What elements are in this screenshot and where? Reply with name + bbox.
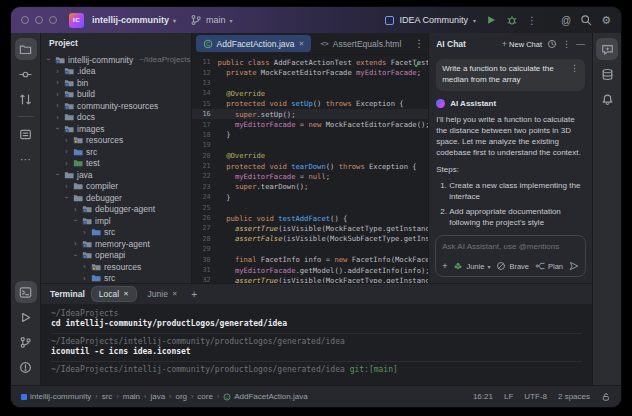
- expand-icon[interactable]: ›: [72, 206, 79, 213]
- collapse-icon[interactable]: ›: [72, 217, 79, 224]
- line-number[interactable]: 23: [192, 183, 218, 191]
- writable-toggle-icon[interactable]: [601, 392, 611, 402]
- line-number[interactable]: 16: [192, 110, 218, 118]
- expand-icon[interactable]: ›: [81, 229, 88, 236]
- line-number[interactable]: 13: [192, 79, 218, 87]
- tool-button-pull-requests[interactable]: [15, 88, 37, 110]
- tool-button-commit[interactable]: [15, 63, 37, 85]
- expand-icon[interactable]: ›: [54, 79, 61, 86]
- chat-input[interactable]: [442, 242, 579, 251]
- code-line-12[interactable]: 12 private MockFacetEditorFacade myEdito…: [192, 67, 429, 77]
- new-chat-button[interactable]: +New Chat: [502, 39, 542, 49]
- tree-item-src[interactable]: › src: [41, 227, 191, 239]
- tree-item-debugger[interactable]: › debugger: [41, 192, 191, 204]
- chat-input-box[interactable]: + Junie ▾ Brave: [435, 235, 586, 277]
- terminal-block[interactable]: ~/IdeaProjects/intellij-community/produc…: [51, 362, 582, 378]
- collapse-icon[interactable]: ›: [54, 125, 61, 132]
- breadcrumb-item-org[interactable]: org: [175, 392, 187, 401]
- project-widget[interactable]: intellij-community ▾: [92, 15, 176, 25]
- line-number[interactable]: 17: [192, 121, 218, 129]
- tree-item-resources[interactable]: › resources: [41, 261, 191, 273]
- run-configuration-selector[interactable]: IDEA Community ▾: [385, 15, 476, 25]
- branch-widget[interactable]: main ▾: [190, 14, 233, 26]
- expand-icon[interactable]: ›: [63, 183, 70, 190]
- plan-button[interactable]: Plan: [535, 261, 563, 271]
- code-line-14[interactable]: 14 @Override: [192, 88, 429, 98]
- tree-item-debugger-agent[interactable]: › debugger-agent: [41, 204, 191, 216]
- tree-item-resources[interactable]: › resources: [41, 135, 191, 147]
- chat-options-button[interactable]: ⋮: [562, 39, 571, 49]
- code-line-17[interactable]: 17 myEditorFacade = new MockFacetEditorF…: [192, 119, 429, 129]
- more-run-actions-button[interactable]: ⋮: [527, 15, 537, 26]
- breadcrumb-item-java[interactable]: java: [150, 392, 165, 401]
- indent-setting[interactable]: 2 spaces: [558, 392, 590, 401]
- line-number[interactable]: 21: [192, 162, 218, 170]
- line-number[interactable]: 18: [192, 131, 218, 139]
- search-everywhere-button[interactable]: [580, 14, 592, 26]
- line-number[interactable]: 25: [192, 204, 218, 212]
- editor-tab-AddFacetAction.java[interactable]: C AddFacetAction.java ✕: [196, 35, 312, 52]
- expand-icon[interactable]: ›: [63, 137, 70, 144]
- tool-button-database[interactable]: [596, 63, 618, 85]
- tool-button-more[interactable]: ⋯: [15, 148, 37, 170]
- code-line-20[interactable]: 20 @Override: [192, 151, 429, 161]
- expand-icon[interactable]: ›: [63, 160, 70, 167]
- breadcrumb-item-main[interactable]: main: [123, 392, 140, 401]
- tree-item-bin[interactable]: › bin: [41, 77, 191, 89]
- tool-button-structure[interactable]: [15, 123, 37, 145]
- tool-button-git[interactable]: [15, 331, 37, 353]
- line-number[interactable]: 11: [192, 58, 218, 66]
- close-window-button[interactable]: [21, 16, 29, 24]
- tree-item-intellij-community[interactable]: › intellij-community ~/IdeaProjects: [41, 54, 191, 66]
- tree-item-build[interactable]: › build: [41, 89, 191, 101]
- expand-icon[interactable]: ›: [81, 263, 88, 270]
- code-line-16[interactable]: 16 super.setUp();: [192, 109, 429, 119]
- code-line-19[interactable]: 19: [192, 140, 429, 150]
- new-terminal-button[interactable]: +: [191, 289, 197, 300]
- project-panel-header[interactable]: Project: [41, 33, 191, 53]
- debug-button[interactable]: [506, 14, 518, 26]
- tree-item-openapi[interactable]: › openapi: [41, 250, 191, 262]
- collapse-icon[interactable]: ›: [45, 56, 52, 63]
- tool-button-terminal[interactable]: [15, 281, 37, 303]
- editor-tab-AssertEquals.html[interactable]: <> AssertEquals.html: [313, 35, 408, 52]
- code-line-25[interactable]: 25: [192, 202, 429, 212]
- line-number[interactable]: 20: [192, 152, 218, 160]
- tree-item-test[interactable]: › test: [41, 158, 191, 170]
- brave-mode-button[interactable]: Brave: [496, 261, 529, 271]
- tree-item-community-resources[interactable]: › community-resources: [41, 100, 191, 112]
- line-number[interactable]: 19: [192, 141, 218, 149]
- tree-item-images[interactable]: › images: [41, 123, 191, 135]
- code-line-26[interactable]: 26 public void testAddFacet() {: [192, 213, 429, 223]
- tree-item-src[interactable]: › src: [41, 273, 191, 284]
- run-button[interactable]: [485, 14, 497, 26]
- close-tab-icon[interactable]: ✕: [172, 290, 177, 298]
- send-button[interactable]: [569, 261, 579, 271]
- code-line-18[interactable]: 18 }: [192, 130, 429, 140]
- code-line-15[interactable]: 15 protected void setUp() throws Excepti…: [192, 99, 429, 109]
- terminal-content[interactable]: ~/IdeaProjects cd intellij-community/pro…: [41, 304, 592, 385]
- minimize-window-button[interactable]: [35, 16, 43, 24]
- close-tab-icon[interactable]: ✕: [299, 40, 305, 48]
- code-line-32[interactable]: 32 assertTrue(isVisible(MockFacetType.ge…: [192, 275, 429, 283]
- code-line-22[interactable]: 22 myEditorFacade = null;: [192, 171, 429, 181]
- line-number[interactable]: 22: [192, 172, 218, 180]
- collapse-icon[interactable]: ›: [72, 252, 79, 259]
- expand-icon[interactable]: ›: [63, 148, 70, 155]
- expand-icon[interactable]: ›: [54, 102, 61, 109]
- code-line-21[interactable]: 21 protected void tearDown() throws Exce…: [192, 161, 429, 171]
- line-number[interactable]: 30: [192, 256, 218, 264]
- code-line-24[interactable]: 24 }: [192, 192, 429, 202]
- ai-assistant-titlebar-icon[interactable]: @: [561, 15, 571, 26]
- code-line-23[interactable]: 23 super.tearDown();: [192, 182, 429, 192]
- line-ending[interactable]: LF: [504, 392, 513, 401]
- cursor-position[interactable]: 16:21: [473, 392, 493, 401]
- tree-item-compiler[interactable]: › compiler: [41, 181, 191, 193]
- file-encoding[interactable]: UTF-8: [524, 392, 547, 401]
- code-line-13[interactable]: 13: [192, 78, 429, 88]
- tool-button-notifications[interactable]: [596, 88, 618, 110]
- line-number[interactable]: 14: [192, 89, 218, 97]
- hide-chat-button[interactable]: —: [576, 39, 585, 49]
- line-number[interactable]: 32: [192, 276, 218, 283]
- tool-button-run[interactable]: [15, 306, 37, 328]
